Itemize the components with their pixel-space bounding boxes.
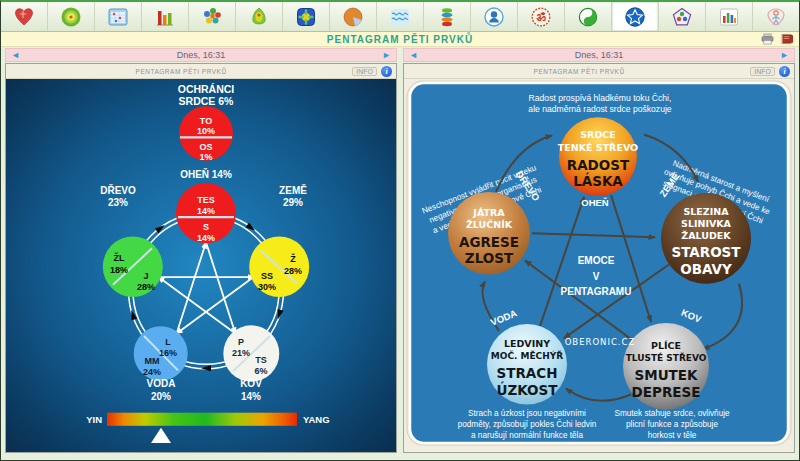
svg-text:SRDCE: SRDCE	[580, 129, 615, 140]
svg-text:JÁTRA: JÁTRA	[472, 207, 505, 218]
yin-yang-icon	[577, 6, 599, 28]
analysis-window-icon	[107, 6, 129, 28]
svg-text:SLINIVKA: SLINIVKA	[681, 218, 731, 229]
yang-label: YANG	[303, 414, 330, 425]
svg-text:ZLOST: ZLOST	[465, 250, 514, 266]
wood-label-2: 23%	[108, 197, 128, 208]
right-date-bar: ◄ Dnes, 16:31 ►	[403, 48, 795, 62]
info-icon[interactable]: i	[381, 66, 392, 77]
metal-note-line2: plicní funkce a způsobuje	[626, 419, 718, 429]
toolbar-icon-om[interactable]: ॐ	[518, 2, 565, 31]
earth-label-2: 29%	[283, 197, 303, 208]
statistics-icon	[718, 6, 740, 28]
svg-text:18%: 18%	[110, 265, 128, 275]
toolbar: ॐ	[1, 2, 799, 32]
guardian-heading-line1: OCHRÁNCI	[178, 83, 235, 95]
svg-text:SMUTEK: SMUTEK	[635, 367, 698, 383]
metal-label-1: KOV	[240, 378, 262, 389]
right-panel-column: ◄ Dnes, 16:31 ► PENTAGRAM PĚTI PRVKŮ INF…	[403, 48, 795, 453]
toolbar-icon-yinyang[interactable]	[565, 2, 612, 31]
page-title: PENTAGRAM PĚTI PRVKŮ	[327, 34, 473, 45]
svg-text:1%: 1%	[200, 152, 213, 162]
water-note-line2: podměty, způsobují pokles Čchi ledvin	[458, 419, 597, 429]
toolbar-icon-bodymap[interactable]	[236, 2, 283, 31]
right-panel-header: PENTAGRAM PĚTI PRVKŮ INFO i	[404, 64, 794, 79]
next-day-button[interactable]: ►	[780, 51, 789, 60]
toolbar-icon-meridian[interactable]	[753, 2, 799, 31]
svg-text:14%: 14%	[197, 206, 215, 216]
fire-circle: TES 14% S 14%	[176, 183, 236, 243]
toolbar-icon-chakras[interactable]	[424, 2, 471, 31]
center-caption-line2: V	[593, 271, 600, 282]
left-panel-header: PENTAGRAM PĚTI PRVKŮ INFO i	[6, 64, 396, 79]
top-note-line1: Radost prospívá hladkému toku Čchi,	[529, 93, 672, 103]
next-day-button[interactable]: ►	[382, 51, 391, 60]
toolbar-icon-biofield[interactable]	[48, 2, 95, 31]
prev-day-button[interactable]: ◄	[11, 51, 20, 60]
svg-text:ॐ: ॐ	[536, 11, 546, 23]
svg-text:TES: TES	[197, 195, 214, 205]
svg-text:TENKÉ STŘEVO: TENKÉ STŘEVO	[558, 142, 638, 153]
svg-text:TO: TO	[200, 116, 212, 126]
earth-circle: Ž 28% SS 30%	[249, 236, 309, 296]
body-heatmap-icon	[248, 6, 270, 28]
wood-label-1: DŘEVO	[100, 184, 136, 196]
toolbar-icon-statistics[interactable]	[706, 2, 753, 31]
chakras-icon	[436, 6, 458, 28]
svg-text:OBAVY: OBAVY	[680, 261, 732, 277]
om-symbol-icon: ॐ	[530, 6, 552, 28]
printer-icon[interactable]	[761, 33, 774, 45]
info-button[interactable]: INFO	[750, 67, 775, 76]
jatra-circle: JÁTRA ŽLUČNÍK AGRESE ZLOST	[448, 192, 530, 275]
center-caption-line1: EMOCE	[578, 255, 615, 266]
left-panel-column: ◄ Dnes, 16:31 ► PENTAGRAM PĚTI PRVKŮ INF…	[5, 48, 397, 453]
water-label-2: 20%	[151, 391, 171, 402]
panel-title: PENTAGRAM PĚTI PRVKŮ	[10, 68, 352, 75]
toolbar-icon-waves[interactable]	[377, 2, 424, 31]
svg-text:SLEZINA: SLEZINA	[683, 206, 729, 217]
pentagon-elements-icon	[671, 6, 693, 28]
wood-circle: ŽL 18% J 28%	[103, 236, 163, 296]
info-button[interactable]: INFO	[352, 67, 377, 76]
date-label: Dnes, 16:31	[20, 50, 382, 60]
svg-text:TS: TS	[255, 355, 266, 365]
info-icon[interactable]: i	[779, 66, 790, 77]
prev-day-button[interactable]: ◄	[409, 51, 418, 60]
date-label: Dnes, 16:31	[418, 50, 780, 60]
toolbar-icon-pentagram[interactable]	[612, 2, 659, 31]
toolbar-icon-auratile[interactable]	[283, 2, 330, 31]
svg-text:ŽALUDEK: ŽALUDEK	[681, 230, 731, 241]
svg-text:L: L	[165, 337, 171, 347]
metal-circle: P 21% TS 6%	[223, 325, 279, 381]
emotions-pentagram-diagram: Radost prospívá hladkému toku Čchi, ale …	[404, 79, 794, 452]
svg-text:21%: 21%	[232, 348, 250, 358]
toolbar-icon-molecules[interactable]	[189, 2, 236, 31]
svg-text:TLUSTÉ STŘEVO: TLUSTÉ STŘEVO	[626, 352, 707, 363]
toolbar-icon-headprofile[interactable]	[471, 2, 518, 31]
water-circle: L 16% MM 24%	[134, 326, 188, 380]
metal-label-2: 14%	[241, 391, 261, 402]
watermark: OBERONIC.CZ	[565, 337, 636, 347]
app-window: ॐ PENTAGRAM PĚTI PRVKŮ ◄ Dnes, 16:31 ► P…	[0, 0, 800, 461]
toolbar-icon-piechart[interactable]	[330, 2, 377, 31]
toolbar-icon-heart[interactable]	[1, 2, 48, 31]
toolbar-icon-pentagon[interactable]	[659, 2, 706, 31]
yin-label: YIN	[86, 414, 102, 425]
svg-text:P: P	[238, 337, 244, 347]
meridian-body-icon	[765, 6, 787, 28]
bar-chart-icon	[154, 6, 176, 28]
svg-text:24%: 24%	[143, 367, 161, 377]
svg-text:OS: OS	[200, 142, 213, 152]
svg-text:RADOST: RADOST	[567, 157, 630, 173]
svg-text:MOČ. MĚCHÝŘ: MOČ. MĚCHÝŘ	[491, 350, 563, 361]
svg-text:LÁSKA: LÁSKA	[573, 173, 623, 189]
svg-text:STAROST: STAROST	[671, 244, 741, 260]
frequency-waves-icon	[389, 6, 411, 28]
svg-text:30%: 30%	[258, 282, 276, 292]
molecules-icon	[201, 6, 223, 28]
metal-note-line3: horkost v těle	[648, 431, 697, 440]
svg-text:S: S	[203, 222, 209, 232]
toolbar-icon-analysis[interactable]	[95, 2, 142, 31]
toolbar-icon-barchart[interactable]	[142, 2, 189, 31]
book-icon[interactable]	[780, 33, 793, 45]
